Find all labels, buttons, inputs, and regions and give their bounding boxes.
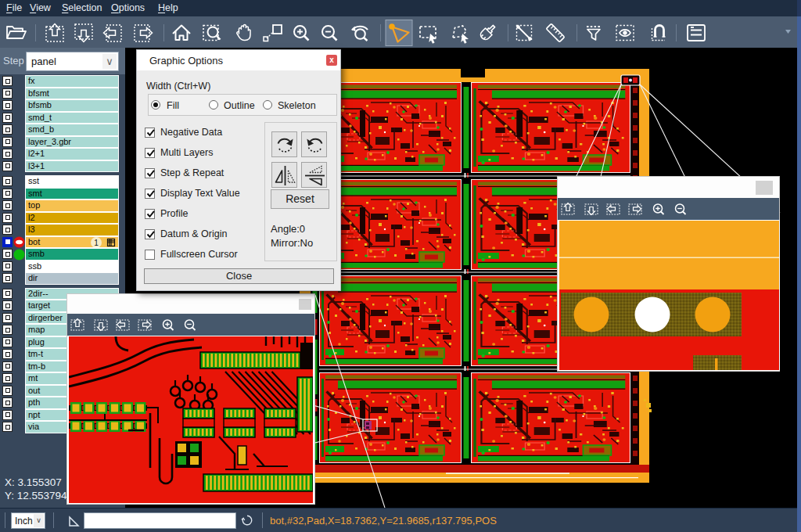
svg-text:1: 1 <box>94 239 99 247</box>
